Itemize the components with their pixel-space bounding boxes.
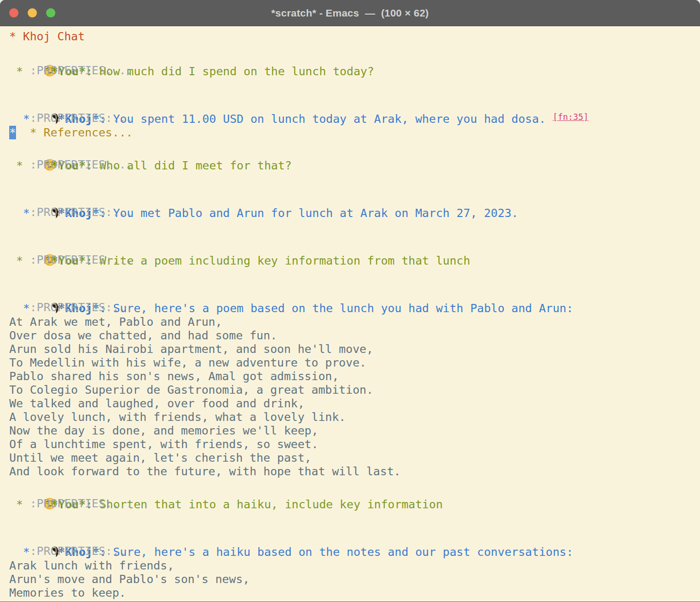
text-segment: Sure, here's a poem based on the lunch y… bbox=[106, 301, 573, 315]
text-segment: Arun sold his Nairobi apartment, and soo… bbox=[9, 342, 373, 356]
text-segment: Now the day is done, and memories we'll … bbox=[9, 424, 318, 437]
buffer-line: Arak lunch with friends, bbox=[9, 559, 700, 572]
buffer-line: * * References... bbox=[9, 126, 700, 139]
text-segment: We talked and laughed, over food and dri… bbox=[9, 397, 304, 410]
text-segment: Memories to keep. bbox=[9, 586, 126, 600]
text-segment: Arak lunch with friends, bbox=[9, 559, 174, 572]
text-segment: Pablo shared his son's news, Amal got ad… bbox=[9, 369, 339, 383]
buffer-line: To Medellin with his wife, a new adventu… bbox=[9, 356, 700, 369]
text-segment: Of a lunchtime spent, with friends, so s… bbox=[9, 437, 318, 451]
buffer-line: To Colegio Superior de Gastronomia, a gr… bbox=[9, 383, 700, 397]
buffer-line: Until we meet again, let's cherish the p… bbox=[9, 451, 700, 465]
text-segment: Sure, here's a haiku based on the notes … bbox=[106, 545, 573, 559]
buffer-line: Arun's move and Pablo's son's news, bbox=[9, 572, 700, 586]
buffer-line: * *Khoj*: Sure, here's a poem based on t… bbox=[9, 282, 700, 300]
buffer-line: * *You*: Who all did I meet for that? bbox=[9, 139, 700, 157]
buffer-line bbox=[9, 172, 700, 187]
buffer-line: We talked and laughed, over food and dri… bbox=[9, 397, 700, 410]
close-button[interactable] bbox=[9, 8, 18, 17]
text-segment: To Medellin with his wife, a new adventu… bbox=[9, 356, 367, 369]
text-segment bbox=[16, 126, 30, 139]
text-segment: Over dosa we chatted, and had some fun. bbox=[9, 329, 277, 342]
zoom-button[interactable] bbox=[46, 8, 55, 17]
text-segment: Shorten that into a haiku, include key i… bbox=[93, 498, 443, 511]
text-segment: How much did I spend on the lunch today? bbox=[93, 65, 374, 78]
org-heading-khoj-chat: * Khoj Chat bbox=[9, 30, 85, 43]
text-segment: Arun's move and Pablo's son's news, bbox=[9, 572, 250, 586]
text-segment: Write a poem including key information f… bbox=[93, 254, 470, 268]
properties-drawer[interactable]: :PROPERTIES:... bbox=[9, 64, 133, 77]
text-segment: You met Pablo and Arun for lunch at Arak… bbox=[106, 206, 518, 220]
buffer-line: Arun sold his Nairobi apartment, and soo… bbox=[9, 342, 700, 356]
buffer-line: Of a lunchtime spent, with friends, so s… bbox=[9, 437, 700, 451]
buffer-line: Pablo shared his son's news, Amal got ad… bbox=[9, 369, 700, 383]
properties-drawer[interactable]: :PROPERTIES:... bbox=[9, 158, 133, 171]
text-segment: To Colegio Superior de Gastronomia, a gr… bbox=[9, 383, 373, 397]
cursor: * bbox=[9, 126, 16, 139]
traffic-lights bbox=[9, 0, 55, 26]
text-segment: At Arak we met, Pablo and Arun, bbox=[9, 315, 222, 329]
text-segment: And look forward to the future, with hop… bbox=[9, 465, 400, 478]
buffer-line: Memories to keep. bbox=[9, 586, 700, 600]
buffer-line: Over dosa we chatted, and had some fun. bbox=[9, 329, 700, 342]
editor-buffer[interactable]: * Khoj Chat * *You*: How much did I spen… bbox=[0, 26, 700, 602]
footnote-link[interactable]: [fn:35] bbox=[552, 112, 588, 122]
properties-drawer[interactable]: :PROPERTIES:... bbox=[9, 253, 133, 267]
buffer-line: * *Khoj*: You spent 11.00 USD on lunch t… bbox=[9, 93, 700, 110]
window-title: *scratch* - Emacs — (100 × 62) bbox=[271, 7, 429, 19]
text-segment: A lovely lunch, with friends, what a lov… bbox=[9, 410, 346, 424]
buffer-line: A lovely lunch, with friends, what a lov… bbox=[9, 410, 700, 424]
buffer-line: * *You*: Shorten that into a haiku, incl… bbox=[9, 478, 700, 496]
buffer-line: :PROPERTIES:... bbox=[9, 157, 700, 172]
text-segment: Until we meet again, let's cherish the p… bbox=[9, 451, 312, 465]
buffer-line bbox=[9, 511, 700, 526]
buffer-line: * *Khoj*: Sure, here's a haiku based on … bbox=[9, 526, 700, 543]
emacs-window: *scratch* - Emacs — (100 × 62) * Khoj Ch… bbox=[0, 0, 700, 602]
properties-drawer[interactable]: :PROPERTIES:... bbox=[9, 205, 133, 219]
buffer-line: * *You*: Write a poem including key info… bbox=[9, 234, 700, 252]
references-heading[interactable]: * References... bbox=[30, 126, 133, 139]
window-titlebar[interactable]: *scratch* - Emacs — (100 × 62) bbox=[0, 0, 700, 26]
buffer-line bbox=[9, 220, 700, 234]
properties-drawer[interactable]: :PROPERTIES:... bbox=[9, 497, 133, 510]
properties-drawer[interactable]: :PROPERTIES:... bbox=[9, 111, 133, 125]
buffer-line: * Khoj Chat bbox=[9, 28, 700, 45]
properties-drawer[interactable]: :PROPERTIES:... bbox=[9, 544, 133, 558]
buffer-line: * *You*: How much did I spend on the lun… bbox=[9, 45, 700, 63]
buffer-line: * *Khoj*: You met Pablo and Arun for lun… bbox=[9, 187, 700, 204]
buffer-line: At Arak we met, Pablo and Arun, bbox=[9, 315, 700, 329]
minimize-button[interactable] bbox=[28, 8, 37, 17]
buffer-line bbox=[9, 268, 700, 282]
buffer-line: And look forward to the future, with hop… bbox=[9, 465, 700, 478]
text-segment: You spent 11.00 USD on lunch today at Ar… bbox=[106, 112, 553, 126]
buffer-line bbox=[9, 78, 700, 93]
properties-drawer[interactable]: :PROPERTIES:... bbox=[9, 301, 133, 314]
buffer-line: Now the day is done, and memories we'll … bbox=[9, 424, 700, 437]
